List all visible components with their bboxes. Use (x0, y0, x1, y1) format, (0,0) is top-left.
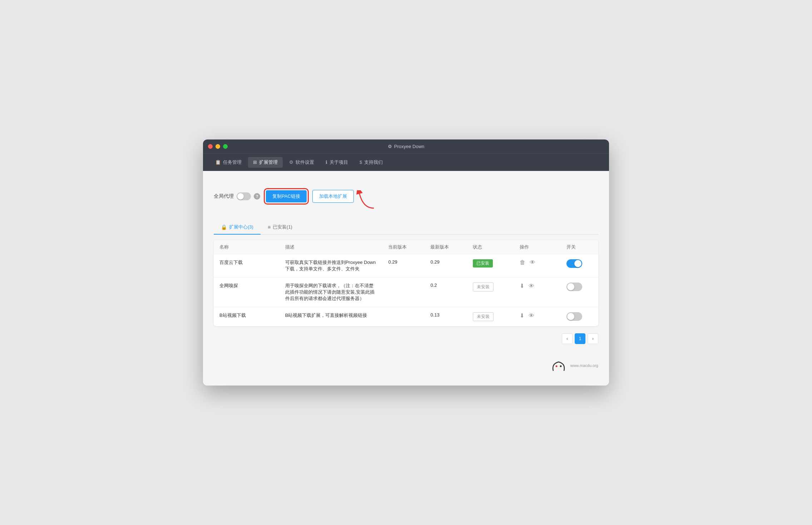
view-icon-3[interactable]: 👁 (529, 313, 534, 319)
tab-extension-center[interactable]: 🔒 扩展中心(3) (214, 220, 261, 235)
action-icons-2: ⬇ 👁 (520, 283, 555, 289)
row1-status: 已安装 (467, 254, 514, 278)
row3-status: 未安装 (467, 307, 514, 327)
delete-icon[interactable]: 🗑 (520, 259, 525, 266)
row3-desc: B站视频下载扩展，可直接解析视频链接 (279, 307, 383, 327)
row1-desc: 可获取真实下载链接并推送到Proxyee Down下载，支持单文件、多文件、文件… (279, 254, 383, 278)
row3-name: B站视频下载 (214, 307, 279, 327)
status-badge-uninstalled-2: 未安装 (473, 312, 494, 321)
view-icon[interactable]: 👁 (530, 259, 535, 266)
maximize-button[interactable] (223, 144, 228, 149)
nav-item-support[interactable]: $ 支持我们 (355, 157, 388, 168)
row1-toggle-switch[interactable] (566, 259, 582, 268)
next-page-button[interactable]: › (588, 333, 598, 344)
row2-actions: ⬇ 👁 (514, 278, 561, 307)
table-row: 全网嗅探 用于嗅探全网的下载请求，（注：在不清楚此插件功能的情况下请勿随意安装,… (214, 278, 598, 307)
row1-latest-version: 0.29 (425, 254, 467, 278)
row2-latest-version: 0.2 (425, 278, 467, 307)
svg-point-1 (555, 365, 557, 367)
row3-actions: ⬇ 👁 (514, 307, 561, 327)
tab-installed[interactable]: ≡ 已安装(1) (261, 220, 299, 235)
table-row: 百度云下载 可获取真实下载链接并推送到Proxyee Down下载，支持单文件、… (214, 254, 598, 278)
arrow-annotation (356, 190, 377, 212)
window-icon: ⚙ (388, 144, 392, 149)
row2-name: 全网嗅探 (214, 278, 279, 307)
col-header-status: 状态 (467, 240, 514, 254)
pagination: ‹ 1 › (214, 333, 598, 344)
proxy-label: 全局代理 ? (214, 192, 260, 200)
table-row: B站视频下载 B站视频下载扩展，可直接解析视频链接 0.13 未安装 ⬇ 👁 (214, 307, 598, 327)
close-button[interactable] (208, 144, 213, 149)
footer-logo-text: www.macdu.org (570, 363, 598, 368)
nav-item-task[interactable]: 📋 任务管理 (210, 157, 247, 168)
col-header-toggle: 开关 (561, 240, 598, 254)
action-icons: 🗑 👁 (520, 259, 555, 266)
about-icon: ℹ (326, 160, 327, 165)
row3-toggle (561, 307, 598, 327)
action-icons-3: ⬇ 👁 (520, 312, 555, 319)
extensions-table: 名称 描述 当前版本 最新版本 状态 操作 开关 百度云下载 可获取真实下载链接… (214, 240, 598, 326)
download-icon-2[interactable]: ⬇ (520, 312, 524, 319)
tabs-row: 🔒 扩展中心(3) ≡ 已安装(1) (214, 220, 598, 235)
load-local-button[interactable]: 加载本地扩展 (312, 190, 354, 203)
minimize-button[interactable] (216, 144, 220, 149)
download-icon[interactable]: ⬇ (520, 283, 524, 289)
macdu-logo (550, 358, 568, 373)
row3-toggle-switch[interactable] (566, 312, 582, 321)
installed-icon: ≡ (268, 224, 271, 230)
table-header-row: 名称 描述 当前版本 最新版本 状态 操作 开关 (214, 240, 598, 254)
toolbar-row: 全局代理 ? 复制PAC链接 加载本地扩展 (214, 180, 598, 213)
main-content: 全局代理 ? 复制PAC链接 加载本地扩展 (203, 171, 609, 386)
view-icon-2[interactable]: 👁 (529, 283, 534, 289)
row1-current-version: 0.29 (382, 254, 425, 278)
nav-item-extensions[interactable]: ⊞ 扩展管理 (248, 157, 283, 168)
global-proxy-toggle[interactable] (237, 192, 251, 200)
status-badge-uninstalled: 未安装 (473, 283, 494, 291)
footer-logo: www.macdu.org (214, 358, 598, 373)
traffic-lights (208, 144, 228, 149)
row3-latest-version: 0.13 (425, 307, 467, 327)
col-header-current: 当前版本 (382, 240, 425, 254)
navbar: 📋 任务管理 ⊞ 扩展管理 ⚙ 软件设置 ℹ 关于项目 $ 支持我们 (203, 153, 609, 171)
row2-status: 未安装 (467, 278, 514, 307)
status-badge-installed: 已安装 (473, 259, 493, 268)
col-header-latest: 最新版本 (425, 240, 467, 254)
row1-name: 百度云下载 (214, 254, 279, 278)
col-header-name: 名称 (214, 240, 279, 254)
task-icon: 📋 (215, 160, 221, 165)
row1-toggle (561, 254, 598, 278)
help-button[interactable]: ? (254, 193, 260, 200)
row2-toggle-switch[interactable] (566, 283, 582, 291)
prev-page-button[interactable]: ‹ (562, 333, 573, 344)
svg-point-2 (560, 365, 561, 367)
extensions-icon: ⊞ (253, 160, 257, 165)
row2-toggle (561, 278, 598, 307)
col-header-desc: 描述 (279, 240, 383, 254)
titlebar: ⚙ Proxyee Down (203, 139, 609, 153)
app-window: ⚙ Proxyee Down 📋 任务管理 ⊞ 扩展管理 ⚙ 软件设置 ℹ 关于… (203, 139, 609, 386)
row2-current-version (382, 278, 425, 307)
nav-item-about[interactable]: ℹ 关于项目 (321, 157, 353, 168)
settings-icon: ⚙ (289, 160, 293, 165)
copy-pac-button[interactable]: 复制PAC链接 (266, 190, 307, 202)
row3-current-version (382, 307, 425, 327)
row2-desc: 用于嗅探全网的下载请求，（注：在不清楚此插件功能的情况下请勿随意安装,安装此插件… (279, 278, 383, 307)
col-header-action: 操作 (514, 240, 561, 254)
extension-center-icon: 🔒 (221, 224, 227, 230)
row1-actions: 🗑 👁 (514, 254, 561, 278)
current-page-button[interactable]: 1 (575, 333, 585, 344)
window-title: ⚙ Proxyee Down (388, 144, 425, 149)
nav-item-settings[interactable]: ⚙ 软件设置 (284, 157, 319, 168)
support-icon: $ (360, 160, 362, 165)
